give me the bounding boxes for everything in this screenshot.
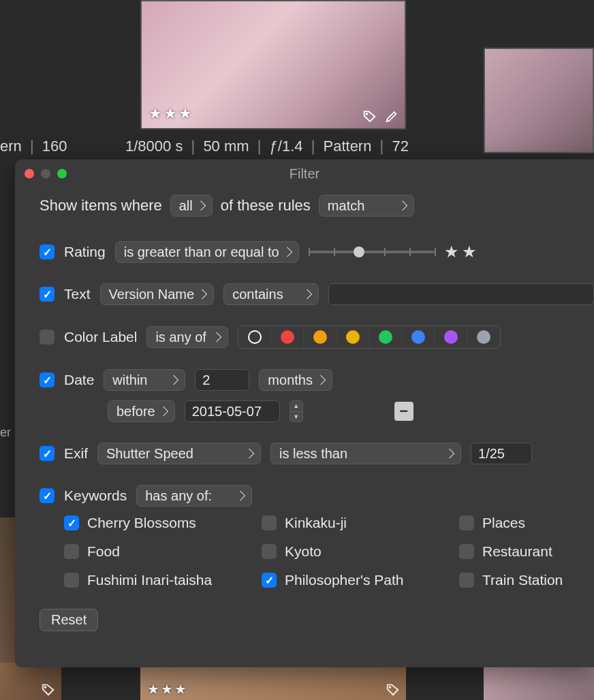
- keyword-checkbox[interactable]: [64, 573, 79, 588]
- reset-button[interactable]: Reset: [40, 609, 98, 631]
- keyword-checkbox[interactable]: [459, 515, 474, 530]
- rating-stars: ★★★: [148, 105, 193, 123]
- keywords-label: Keywords: [64, 488, 127, 504]
- color-swatches: [238, 325, 501, 349]
- photo-thumbnail[interactable]: ★★★: [140, 0, 406, 129]
- match-select[interactable]: match: [319, 195, 414, 217]
- keyword-checkbox[interactable]: [64, 515, 79, 530]
- color-label-label: Color Label: [64, 329, 137, 345]
- keyword-label: Kinkaku-ji: [285, 515, 347, 531]
- keywords-rule: Keywords has any of:: [40, 485, 594, 507]
- photo-thumbnail[interactable]: ★★★: [140, 663, 406, 700]
- sidebar-text-fragment: er: [0, 426, 15, 439]
- text-rule: Text Version Name contains: [40, 283, 594, 305]
- keyword-label: Cherry Blossoms: [87, 515, 196, 531]
- svg-point-0: [366, 113, 368, 114]
- meta-mode: Pattern: [324, 138, 372, 155]
- keyword-item: Kyoto: [262, 543, 452, 560]
- keyword-label: Fushimi Inari-taisha: [87, 572, 212, 588]
- text-op-select[interactable]: contains: [223, 283, 319, 305]
- date-relation-select[interactable]: before: [108, 400, 175, 422]
- color-swatch-orange[interactable]: [304, 326, 337, 348]
- chevron-up-icon[interactable]: ▲: [290, 401, 302, 412]
- exif-rule: Exif Shutter Speed is less than 1/25: [40, 443, 594, 464]
- keyword-checkbox[interactable]: [262, 515, 277, 530]
- remove-rule-button[interactable]: −: [394, 402, 413, 421]
- photo-thumbnail[interactable]: [484, 663, 594, 700]
- keywords-op-select[interactable]: has any of:: [136, 485, 252, 507]
- keyword-label: Restaurant: [482, 543, 552, 560]
- rating-stars: ★★★: [147, 681, 188, 697]
- keyword-item: Places: [459, 515, 594, 531]
- keyword-label: Places: [482, 515, 525, 531]
- keyword-checkbox[interactable]: [64, 544, 79, 559]
- keyword-label: Train Station: [482, 572, 563, 588]
- rating-slider[interactable]: [309, 244, 435, 260]
- color-swatch-green[interactable]: [369, 326, 402, 348]
- exif-label: Exif: [64, 445, 88, 462]
- color-swatch-yellow[interactable]: [337, 326, 369, 348]
- text-label: Text: [64, 286, 91, 302]
- tag-icon[interactable]: [41, 682, 56, 697]
- svg-point-2: [390, 686, 391, 688]
- color-swatch-grey[interactable]: [467, 326, 500, 348]
- date-amount-input[interactable]: 2: [195, 369, 249, 391]
- keyword-item: Philosopher's Path: [262, 572, 452, 588]
- join-select[interactable]: all: [170, 195, 213, 217]
- meta-iso: 160: [42, 138, 67, 155]
- color-label-op-select[interactable]: is any of: [146, 326, 228, 348]
- text-value-input[interactable]: [328, 283, 594, 305]
- color-label-rule: Color Label is any of: [40, 325, 594, 349]
- tag-icon[interactable]: [362, 109, 377, 124]
- filter-dialog: Filter Show items where all of these rul…: [15, 159, 594, 667]
- exif-value-input[interactable]: 1/25: [471, 443, 532, 464]
- rating-op-select[interactable]: is greater than or equal to: [115, 241, 299, 263]
- svg-point-1: [45, 686, 46, 688]
- photo-thumbnail[interactable]: [0, 663, 61, 700]
- keyword-item: Restaurant: [459, 543, 594, 560]
- photo-grid: ★★★ ern | 160 1/8000 s | 50 mm | ƒ/1.4 |…: [0, 0, 594, 157]
- text-checkbox[interactable]: [40, 287, 54, 302]
- meta-iso: 72: [392, 138, 408, 155]
- exif-op-select[interactable]: is less than: [270, 443, 461, 464]
- keywords-grid: Cherry BlossomsKinkaku-jiPlacesFoodKyoto…: [64, 515, 594, 588]
- rating-rule: Rating is greater than or equal to ★★: [40, 241, 594, 263]
- rating-label: Rating: [64, 244, 106, 260]
- rating-checkbox[interactable]: [40, 244, 54, 259]
- color-label-checkbox[interactable]: [40, 330, 54, 345]
- color-swatch-red[interactable]: [271, 326, 304, 348]
- keyword-label: Food: [87, 543, 120, 560]
- tag-icon[interactable]: [386, 682, 401, 697]
- date-unit-select[interactable]: months: [259, 369, 332, 391]
- color-swatch-purple[interactable]: [435, 326, 467, 348]
- photo-thumbnail[interactable]: [484, 48, 594, 153]
- keywords-checkbox[interactable]: [40, 488, 54, 503]
- meta-focal: 50 mm: [203, 138, 249, 155]
- keyword-checkbox[interactable]: [459, 573, 474, 588]
- text-field-select[interactable]: Version Name: [100, 283, 215, 305]
- date-op-select[interactable]: within: [104, 369, 185, 391]
- keyword-item: Food: [64, 543, 255, 560]
- exif-field-select[interactable]: Shutter Speed: [97, 443, 261, 464]
- date-stepper[interactable]: ▲ ▼: [290, 400, 303, 422]
- filter-sentence: Show items where all of these rules matc…: [40, 195, 594, 217]
- meta-aperture: ƒ/1.4: [270, 138, 303, 155]
- date-label: Date: [64, 372, 94, 388]
- date-rule: Date within 2 months: [40, 369, 594, 391]
- chevron-down-icon[interactable]: ▼: [290, 412, 302, 422]
- keyword-checkbox[interactable]: [262, 544, 277, 559]
- keyword-label: Philosopher's Path: [285, 572, 403, 588]
- color-swatch-none[interactable]: [238, 326, 271, 348]
- color-swatch-blue[interactable]: [402, 326, 435, 348]
- sentence-prefix: Show items where: [40, 197, 162, 214]
- meta-shutter: 1/8000 s: [125, 138, 183, 155]
- date-ref-input[interactable]: 2015-05-07: [185, 400, 280, 422]
- keyword-checkbox[interactable]: [262, 573, 277, 588]
- date-rule-sub: before 2015-05-07 ▲ ▼ −: [108, 400, 594, 422]
- keyword-item: Kinkaku-ji: [262, 515, 452, 531]
- sentence-middle: of these rules: [221, 197, 311, 214]
- pencil-icon[interactable]: [384, 109, 399, 124]
- date-checkbox[interactable]: [40, 372, 54, 387]
- keyword-checkbox[interactable]: [459, 544, 474, 559]
- exif-checkbox[interactable]: [40, 446, 54, 461]
